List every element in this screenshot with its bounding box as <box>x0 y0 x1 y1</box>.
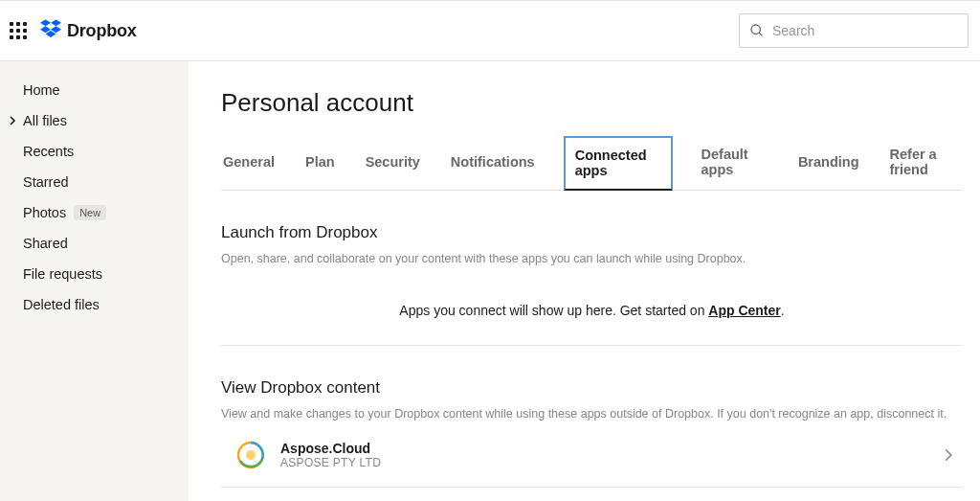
sidebar-item-label: Home <box>23 82 60 98</box>
chevron-right-icon <box>8 116 17 125</box>
chevron-right-icon <box>942 448 955 462</box>
launch-section-desc: Open, share, and collaborate on your con… <box>221 250 963 268</box>
topbar: Dropbox <box>0 0 980 61</box>
launch-section-title: Launch from Dropbox <box>221 223 963 242</box>
search-icon <box>749 23 765 38</box>
svg-marker-1 <box>51 19 61 26</box>
page-title: Personal account <box>221 88 963 118</box>
launch-empty-state: Apps you connect will show up here. Get … <box>221 268 963 346</box>
sidebar-item-starred[interactable]: Starred <box>0 167 189 197</box>
sidebar-item-home[interactable]: Home <box>0 75 189 105</box>
empty-text-suffix: . <box>781 303 785 318</box>
view-section-desc: View and make changes to your Dropbox co… <box>221 405 963 423</box>
sidebar-item-label: Deleted files <box>23 297 100 312</box>
sidebar-item-shared[interactable]: Shared <box>0 228 189 259</box>
search-input[interactable] <box>772 23 958 38</box>
sidebar-item-label: Photos <box>23 205 66 220</box>
search-field[interactable] <box>739 13 969 48</box>
sidebar-item-deleted-files[interactable]: Deleted files <box>0 289 189 320</box>
svg-point-5 <box>751 25 760 34</box>
app-grid-icon[interactable] <box>10 22 27 39</box>
app-meta: Aspose.Cloud ASPOSE PTY LTD <box>280 441 381 469</box>
tab-security[interactable]: Security <box>364 143 422 182</box>
connected-app-row[interactable]: Aspose.Cloud ASPOSE PTY LTD <box>221 423 963 488</box>
app-center-link[interactable]: App Center <box>708 303 780 318</box>
new-badge: New <box>74 205 106 220</box>
view-section: View Dropbox content View and make chang… <box>221 346 963 488</box>
brand-name: Dropbox <box>67 21 137 41</box>
svg-marker-4 <box>46 31 56 37</box>
sidebar-item-label: Recents <box>23 144 74 159</box>
app-name: Aspose.Cloud <box>280 441 381 456</box>
tab-connected-apps[interactable]: Connected apps <box>564 136 673 191</box>
app-vendor: ASPOSE PTY LTD <box>280 456 381 469</box>
sidebar-item-photos[interactable]: Photos New <box>0 197 189 228</box>
sidebar-item-label: Starred <box>23 174 69 190</box>
tab-general[interactable]: General <box>221 143 277 182</box>
sidebar-item-label: All files <box>23 113 67 128</box>
svg-point-8 <box>246 450 256 460</box>
sidebar-item-file-requests[interactable]: File requests <box>0 259 189 289</box>
view-section-title: View Dropbox content <box>221 378 963 398</box>
empty-text-prefix: Apps you connect will show up here. Get … <box>399 303 708 318</box>
dropbox-glyph-icon <box>40 19 61 43</box>
svg-marker-0 <box>40 19 51 26</box>
svg-marker-3 <box>51 26 61 33</box>
app-icon <box>234 439 267 471</box>
svg-line-6 <box>759 33 762 35</box>
tab-refer-friend[interactable]: Refer a friend <box>888 135 963 190</box>
svg-marker-2 <box>40 26 51 33</box>
sidebar-item-recents[interactable]: Recents <box>0 136 189 167</box>
sidebar: Home All files Recents Starred Photos Ne… <box>0 61 189 501</box>
tab-default-apps[interactable]: Default apps <box>700 135 769 190</box>
launch-section: Launch from Dropbox Open, share, and col… <box>221 191 963 346</box>
sidebar-item-label: File requests <box>23 266 102 282</box>
dropbox-logo[interactable]: Dropbox <box>40 19 137 43</box>
tab-branding[interactable]: Branding <box>796 143 861 182</box>
sidebar-item-label: Shared <box>23 236 68 251</box>
tab-plan[interactable]: Plan <box>303 143 337 182</box>
sidebar-item-all-files[interactable]: All files <box>0 105 189 136</box>
tab-notifications[interactable]: Notifications <box>449 143 537 182</box>
settings-tabs: General Plan Security Notifications Conn… <box>221 135 963 191</box>
main-content: Personal account General Plan Security N… <box>189 61 980 501</box>
